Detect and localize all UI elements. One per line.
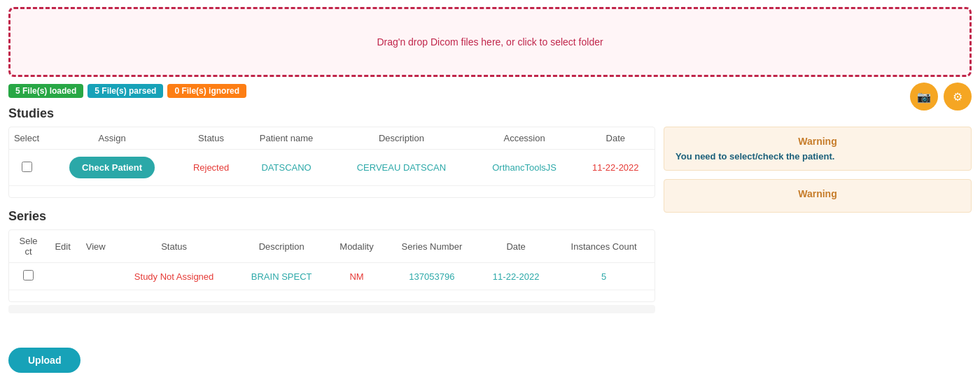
- badge-parsed: 5 File(s) parsed: [88, 84, 163, 98]
- studies-col-accession: Accession: [472, 127, 577, 150]
- series-col-select: Select: [9, 230, 48, 263]
- top-right-buttons: 📷 ⚙: [910, 83, 972, 111]
- series-table: Select Edit View Status Description Moda…: [9, 230, 654, 290]
- camera-icon: 📷: [917, 90, 931, 104]
- studies-row-assign: Check Patient: [44, 150, 180, 186]
- series-col-instances: Instances Count: [553, 230, 654, 263]
- studies-col-select: Select: [9, 127, 44, 150]
- studies-col-description: Description: [330, 127, 472, 150]
- series-row-modality: NM: [328, 263, 384, 290]
- studies-row-patient: DATSCANO: [242, 150, 330, 186]
- studies-row-accession: OrthancToolsJS: [472, 150, 577, 186]
- settings-button[interactable]: ⚙: [944, 83, 972, 111]
- badges-row: 5 File(s) loaded 5 File(s) parsed 0 File…: [8, 84, 972, 98]
- series-row-date: 11-22-2022: [479, 263, 553, 290]
- series-table-row: Study Not Assigned BRAIN SPECT NM 137053…: [9, 263, 654, 290]
- series-col-modality: Modality: [328, 230, 384, 263]
- studies-table-container: Select Assign Status Patient name Descri…: [8, 127, 655, 198]
- studies-table: Select Assign Status Patient name Descri…: [9, 127, 654, 186]
- series-row-checkbox[interactable]: [23, 270, 34, 280]
- upload-button[interactable]: Upload: [8, 348, 80, 373]
- study-warning-box: Warning You need to select/check the pat…: [664, 127, 972, 171]
- camera-button[interactable]: 📷: [910, 83, 938, 111]
- studies-col-status: Status: [180, 127, 242, 150]
- studies-row-checkbox[interactable]: [22, 162, 32, 172]
- studies-row-description: CERVEAU DATSCAN: [330, 150, 472, 186]
- series-row-instances: 5: [553, 263, 654, 290]
- check-patient-button[interactable]: Check Patient: [69, 157, 155, 178]
- studies-row-status: Rejected: [180, 150, 242, 186]
- series-col-view: View: [78, 230, 113, 263]
- studies-row-select: [9, 150, 44, 186]
- series-col-status: Status: [113, 230, 234, 263]
- studies-col-patient: Patient name: [242, 127, 330, 150]
- studies-col-assign: Assign: [44, 127, 180, 150]
- series-title: Series: [8, 209, 655, 224]
- right-panel: Warning You need to select/check the pat…: [664, 127, 972, 313]
- drop-zone[interactable]: Drag'n drop Dicom files here, or click t…: [8, 7, 972, 77]
- series-row-view: [78, 263, 113, 290]
- studies-content-row: Select Assign Status Patient name Descri…: [8, 127, 972, 313]
- series-warning-box: Warning: [664, 179, 972, 213]
- badge-loaded: 5 File(s) loaded: [8, 84, 83, 98]
- gear-icon: ⚙: [953, 90, 962, 104]
- drop-zone-text: Drag'n drop Dicom files here, or click t…: [377, 36, 603, 48]
- series-table-container: Select Edit View Status Description Moda…: [8, 229, 655, 302]
- studies-title: Studies: [8, 106, 972, 121]
- series-warning-title: Warning: [676, 188, 960, 199]
- study-warning-message: You need to select/check the patient.: [676, 151, 960, 162]
- table-row: Check Patient Rejected DATSCANO CERVEAU …: [9, 150, 654, 186]
- badge-ignored: 0 File(s) ignored: [167, 84, 246, 98]
- studies-col-date: Date: [577, 127, 654, 150]
- study-warning-title: Warning: [676, 136, 960, 147]
- series-row-edit: [48, 263, 78, 290]
- series-col-description: Description: [234, 230, 329, 263]
- studies-left-panel: Select Assign Status Patient name Descri…: [8, 127, 655, 313]
- scrollbar[interactable]: [8, 305, 655, 313]
- series-col-number: Series Number: [385, 230, 479, 263]
- series-row-select: [9, 263, 48, 290]
- main-container: Drag'n drop Dicom files here, or click t…: [0, 0, 980, 320]
- series-col-date: Date: [479, 230, 553, 263]
- studies-row-date: 11-22-2022: [577, 150, 654, 186]
- series-row-status: Study Not Assigned: [113, 263, 234, 290]
- series-row-number: 137053796: [385, 263, 479, 290]
- series-col-edit: Edit: [48, 230, 78, 263]
- series-row-description: BRAIN SPECT: [234, 263, 329, 290]
